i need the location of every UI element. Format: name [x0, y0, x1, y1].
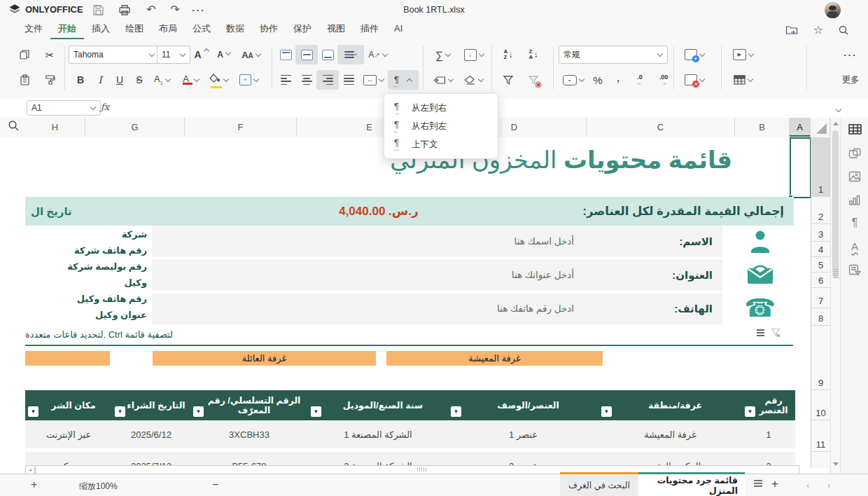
filter-dropdown-button[interactable]: ▼: [451, 406, 461, 417]
justify-button[interactable]: [337, 70, 360, 90]
strikethrough-button[interactable]: S: [129, 70, 150, 90]
add-sheet-button[interactable]: +: [771, 477, 778, 491]
slicer-partial[interactable]: [25, 351, 110, 366]
orientation-button[interactable]: A↗: [363, 45, 393, 64]
subscript-button[interactable]: A1: [148, 70, 176, 90]
filter-dropdown-button[interactable]: ▼: [28, 406, 38, 417]
menu-search-button[interactable]: [834, 22, 853, 39]
agent-label[interactable]: وكيل: [25, 277, 147, 288]
align-left-button[interactable]: [274, 70, 297, 90]
select-all-corner[interactable]: [811, 118, 830, 137]
print-button[interactable]: [115, 1, 134, 18]
redo-button[interactable]: ↷: [165, 1, 185, 18]
font-size-select[interactable]: 11: [157, 46, 190, 64]
find-button[interactable]: [6, 118, 21, 133]
tab-insert[interactable]: 插入: [84, 20, 118, 38]
chart-settings-button[interactable]: [847, 192, 862, 207]
percent-style-button[interactable]: %: [587, 70, 609, 90]
tab-home[interactable]: 开始: [50, 20, 84, 39]
user-avatar[interactable]: [825, 2, 841, 18]
vertical-scrollbar[interactable]: [830, 118, 840, 474]
shape-settings-button[interactable]: [847, 146, 862, 161]
favorite-button[interactable]: ☆: [809, 22, 827, 39]
delete-cells-button[interactable]: ✕: [678, 70, 711, 90]
policy-number-label[interactable]: رقم بوليصة شركة: [25, 261, 147, 272]
tab-ai[interactable]: AI: [386, 20, 410, 38]
worksheet-grid[interactable]: قائمة محتويات المخزون المنزلي إجمالي الق…: [0, 137, 811, 474]
image-settings-button[interactable]: [847, 169, 862, 184]
sort-ascending-button[interactable]: AZ↓: [496, 45, 521, 64]
decrease-font-button[interactable]: A: [213, 45, 235, 64]
change-case-button[interactable]: AA: [235, 45, 267, 64]
format-painter-button[interactable]: [38, 70, 62, 90]
sheet-list-button[interactable]: [753, 479, 763, 488]
cut-button[interactable]: ✂: [38, 45, 62, 64]
phone-field-row[interactable]: الهاتف: ادخل رقم هاتفك هنا: [152, 293, 722, 324]
filter-dropdown-button[interactable]: ▼: [115, 406, 125, 417]
row-header-4[interactable]: 4: [811, 242, 830, 257]
open-file-location-button[interactable]: [783, 22, 801, 39]
align-bottom-button[interactable]: [316, 45, 339, 64]
cell-settings-button[interactable]: [847, 121, 862, 137]
row-header-7[interactable]: 7: [811, 288, 830, 308]
named-ranges-button[interactable]: [428, 70, 458, 90]
company-label[interactable]: شركة: [25, 229, 147, 240]
sheet-tab-inventory-list[interactable]: قائمة جرد محتويات المنزل: [638, 472, 745, 496]
decrease-decimal-button[interactable]: .0←: [627, 70, 652, 90]
italic-button[interactable]: I: [90, 70, 111, 90]
total-value-banner[interactable]: إجمالي القيمة المقدرة لكل العناصر: ر.س. …: [25, 197, 794, 226]
merge-cells-button[interactable]: ↔: [358, 70, 389, 90]
sheet-tab-room-search[interactable]: البحث في الغرف: [560, 472, 638, 496]
align-center-button[interactable]: [295, 70, 318, 90]
tab-formula[interactable]: 公式: [185, 20, 218, 38]
row-header-8[interactable]: 8: [811, 308, 830, 326]
row-header-9[interactable]: 9: [811, 326, 830, 390]
cell-name-box[interactable]: A1: [27, 100, 101, 116]
menu-item-right-to-left[interactable]: ¶← 从右到左: [384, 117, 498, 135]
menu-item-left-to-right[interactable]: ¶→ 从左到右: [384, 99, 498, 117]
row-header-3[interactable]: 3: [811, 224, 830, 242]
row-header-5[interactable]: 5: [811, 257, 830, 273]
row-header-11[interactable]: 11: [811, 420, 830, 452]
column-header-b[interactable]: B: [735, 118, 790, 137]
align-right-button[interactable]: [316, 70, 339, 90]
table-row[interactable]: 1 غرفة المعيشة عنصر 1 الشركة المصنعة 1 3…: [25, 420, 795, 448]
formula-bar-expand-button[interactable]: [834, 105, 841, 115]
toolbar-more-button[interactable]: ···: [834, 45, 867, 64]
font-name-select[interactable]: Tahoma: [69, 46, 160, 64]
filter-dropdown-button[interactable]: ▼: [311, 406, 321, 417]
summation-button[interactable]: ∑: [428, 45, 458, 64]
format-as-table-button[interactable]: [727, 70, 760, 90]
tab-file[interactable]: 文件: [17, 20, 50, 38]
fill-button[interactable]: ↓: [458, 45, 490, 64]
menu-item-context[interactable]: ¶↔ 上下文: [384, 135, 498, 153]
tab-collaboration[interactable]: 协作: [252, 20, 286, 38]
name-field-row[interactable]: الاسم: أدخل اسمك هنا: [152, 226, 722, 257]
tab-view[interactable]: 视图: [319, 20, 353, 38]
customize-quick-access-button[interactable]: ···: [189, 1, 209, 18]
row-header-2[interactable]: 2: [811, 197, 830, 224]
tab-plugins[interactable]: 插件: [353, 20, 386, 38]
align-middle-button[interactable]: [295, 45, 318, 64]
slicer-clear-filter-icon[interactable]: [771, 328, 780, 337]
row-header-10[interactable]: 10: [811, 390, 830, 420]
underline-button[interactable]: U: [109, 70, 130, 90]
paste-button[interactable]: [13, 70, 36, 90]
macros-button[interactable]: ▶: [727, 45, 760, 64]
borders-button[interactable]: +: [234, 70, 265, 90]
column-header-f[interactable]: F: [185, 118, 297, 137]
address-field-row[interactable]: العنوان: أدخل عنوانك هنا: [152, 259, 722, 291]
clear-filter-button[interactable]: ✕: [521, 70, 546, 90]
company-phone-label[interactable]: رقم هاتف شركة: [25, 245, 147, 256]
align-top-button[interactable]: [274, 45, 297, 64]
slicer-living-room[interactable]: غرفة المعيشة: [386, 351, 603, 366]
vscroll-thumb[interactable]: [832, 130, 839, 277]
accounting-style-button[interactable]: •: [559, 70, 588, 90]
slicer-settings-button[interactable]: [847, 262, 862, 277]
save-button[interactable]: [88, 1, 108, 18]
wrap-text-button[interactable]: ↩: [337, 45, 364, 64]
tab-layout[interactable]: 布局: [151, 20, 185, 38]
text-direction-button[interactable]: ¶←: [388, 70, 419, 90]
increase-font-button[interactable]: A: [190, 45, 213, 64]
copy-button[interactable]: [13, 45, 36, 64]
